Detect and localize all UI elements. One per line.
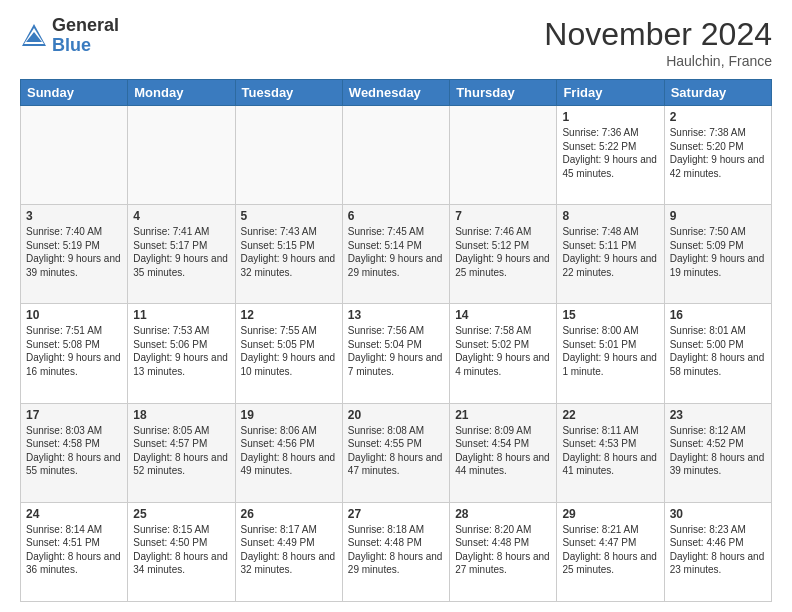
day-info: Sunrise: 8:06 AM Sunset: 4:56 PM Dayligh… [241, 424, 337, 478]
calendar-week-5: 24Sunrise: 8:14 AM Sunset: 4:51 PM Dayli… [21, 502, 772, 601]
day-info: Sunrise: 7:36 AM Sunset: 5:22 PM Dayligh… [562, 126, 658, 180]
day-info: Sunrise: 7:48 AM Sunset: 5:11 PM Dayligh… [562, 225, 658, 279]
day-number: 30 [670, 507, 766, 521]
day-number: 13 [348, 308, 444, 322]
calendar-cell [128, 106, 235, 205]
day-number: 27 [348, 507, 444, 521]
calendar-cell: 1Sunrise: 7:36 AM Sunset: 5:22 PM Daylig… [557, 106, 664, 205]
day-number: 11 [133, 308, 229, 322]
day-number: 29 [562, 507, 658, 521]
day-info: Sunrise: 8:12 AM Sunset: 4:52 PM Dayligh… [670, 424, 766, 478]
day-number: 14 [455, 308, 551, 322]
calendar-cell: 25Sunrise: 8:15 AM Sunset: 4:50 PM Dayli… [128, 502, 235, 601]
day-info: Sunrise: 8:09 AM Sunset: 4:54 PM Dayligh… [455, 424, 551, 478]
calendar-cell: 3Sunrise: 7:40 AM Sunset: 5:19 PM Daylig… [21, 205, 128, 304]
calendar-cell: 8Sunrise: 7:48 AM Sunset: 5:11 PM Daylig… [557, 205, 664, 304]
day-info: Sunrise: 8:01 AM Sunset: 5:00 PM Dayligh… [670, 324, 766, 378]
day-number: 23 [670, 408, 766, 422]
calendar-cell: 9Sunrise: 7:50 AM Sunset: 5:09 PM Daylig… [664, 205, 771, 304]
day-number: 4 [133, 209, 229, 223]
col-friday: Friday [557, 80, 664, 106]
day-number: 25 [133, 507, 229, 521]
calendar-cell: 10Sunrise: 7:51 AM Sunset: 5:08 PM Dayli… [21, 304, 128, 403]
calendar-cell: 11Sunrise: 7:53 AM Sunset: 5:06 PM Dayli… [128, 304, 235, 403]
day-number: 19 [241, 408, 337, 422]
day-info: Sunrise: 8:11 AM Sunset: 4:53 PM Dayligh… [562, 424, 658, 478]
col-wednesday: Wednesday [342, 80, 449, 106]
day-info: Sunrise: 8:21 AM Sunset: 4:47 PM Dayligh… [562, 523, 658, 577]
day-info: Sunrise: 8:05 AM Sunset: 4:57 PM Dayligh… [133, 424, 229, 478]
header: General Blue November 2024 Haulchin, Fra… [20, 16, 772, 69]
calendar-cell: 17Sunrise: 8:03 AM Sunset: 4:58 PM Dayli… [21, 403, 128, 502]
calendar-cell: 2Sunrise: 7:38 AM Sunset: 5:20 PM Daylig… [664, 106, 771, 205]
calendar-week-2: 3Sunrise: 7:40 AM Sunset: 5:19 PM Daylig… [21, 205, 772, 304]
calendar-cell: 5Sunrise: 7:43 AM Sunset: 5:15 PM Daylig… [235, 205, 342, 304]
calendar-cell: 13Sunrise: 7:56 AM Sunset: 5:04 PM Dayli… [342, 304, 449, 403]
calendar-cell: 22Sunrise: 8:11 AM Sunset: 4:53 PM Dayli… [557, 403, 664, 502]
calendar-cell: 14Sunrise: 7:58 AM Sunset: 5:02 PM Dayli… [450, 304, 557, 403]
day-number: 3 [26, 209, 122, 223]
day-info: Sunrise: 8:15 AM Sunset: 4:50 PM Dayligh… [133, 523, 229, 577]
day-number: 16 [670, 308, 766, 322]
col-sunday: Sunday [21, 80, 128, 106]
day-info: Sunrise: 8:08 AM Sunset: 4:55 PM Dayligh… [348, 424, 444, 478]
col-saturday: Saturday [664, 80, 771, 106]
calendar-cell: 26Sunrise: 8:17 AM Sunset: 4:49 PM Dayli… [235, 502, 342, 601]
day-number: 20 [348, 408, 444, 422]
calendar-cell [235, 106, 342, 205]
calendar-cell [342, 106, 449, 205]
day-number: 17 [26, 408, 122, 422]
calendar-cell: 15Sunrise: 8:00 AM Sunset: 5:01 PM Dayli… [557, 304, 664, 403]
day-number: 10 [26, 308, 122, 322]
day-info: Sunrise: 7:40 AM Sunset: 5:19 PM Dayligh… [26, 225, 122, 279]
month-title: November 2024 [544, 16, 772, 53]
calendar-cell: 4Sunrise: 7:41 AM Sunset: 5:17 PM Daylig… [128, 205, 235, 304]
calendar-cell [21, 106, 128, 205]
day-info: Sunrise: 7:43 AM Sunset: 5:15 PM Dayligh… [241, 225, 337, 279]
day-info: Sunrise: 7:58 AM Sunset: 5:02 PM Dayligh… [455, 324, 551, 378]
day-number: 8 [562, 209, 658, 223]
calendar-week-1: 1Sunrise: 7:36 AM Sunset: 5:22 PM Daylig… [21, 106, 772, 205]
day-number: 24 [26, 507, 122, 521]
day-info: Sunrise: 7:41 AM Sunset: 5:17 PM Dayligh… [133, 225, 229, 279]
day-info: Sunrise: 7:53 AM Sunset: 5:06 PM Dayligh… [133, 324, 229, 378]
page: General Blue November 2024 Haulchin, Fra… [0, 0, 792, 612]
day-number: 1 [562, 110, 658, 124]
day-number: 15 [562, 308, 658, 322]
day-info: Sunrise: 8:00 AM Sunset: 5:01 PM Dayligh… [562, 324, 658, 378]
location: Haulchin, France [544, 53, 772, 69]
col-thursday: Thursday [450, 80, 557, 106]
day-number: 18 [133, 408, 229, 422]
logo: General Blue [20, 16, 119, 56]
day-info: Sunrise: 8:03 AM Sunset: 4:58 PM Dayligh… [26, 424, 122, 478]
day-number: 21 [455, 408, 551, 422]
day-info: Sunrise: 7:46 AM Sunset: 5:12 PM Dayligh… [455, 225, 551, 279]
logo-icon [20, 22, 48, 50]
header-row: Sunday Monday Tuesday Wednesday Thursday… [21, 80, 772, 106]
day-info: Sunrise: 8:17 AM Sunset: 4:49 PM Dayligh… [241, 523, 337, 577]
day-number: 5 [241, 209, 337, 223]
day-info: Sunrise: 8:23 AM Sunset: 4:46 PM Dayligh… [670, 523, 766, 577]
calendar-cell: 16Sunrise: 8:01 AM Sunset: 5:00 PM Dayli… [664, 304, 771, 403]
calendar-cell: 27Sunrise: 8:18 AM Sunset: 4:48 PM Dayli… [342, 502, 449, 601]
day-number: 7 [455, 209, 551, 223]
col-tuesday: Tuesday [235, 80, 342, 106]
day-number: 9 [670, 209, 766, 223]
day-number: 28 [455, 507, 551, 521]
calendar-cell: 18Sunrise: 8:05 AM Sunset: 4:57 PM Dayli… [128, 403, 235, 502]
calendar-week-4: 17Sunrise: 8:03 AM Sunset: 4:58 PM Dayli… [21, 403, 772, 502]
col-monday: Monday [128, 80, 235, 106]
day-info: Sunrise: 8:14 AM Sunset: 4:51 PM Dayligh… [26, 523, 122, 577]
calendar-cell: 28Sunrise: 8:20 AM Sunset: 4:48 PM Dayli… [450, 502, 557, 601]
day-number: 2 [670, 110, 766, 124]
day-info: Sunrise: 8:18 AM Sunset: 4:48 PM Dayligh… [348, 523, 444, 577]
calendar-cell: 12Sunrise: 7:55 AM Sunset: 5:05 PM Dayli… [235, 304, 342, 403]
day-info: Sunrise: 7:50 AM Sunset: 5:09 PM Dayligh… [670, 225, 766, 279]
logo-blue-text: Blue [52, 36, 119, 56]
calendar-cell: 19Sunrise: 8:06 AM Sunset: 4:56 PM Dayli… [235, 403, 342, 502]
day-number: 22 [562, 408, 658, 422]
calendar-cell: 23Sunrise: 8:12 AM Sunset: 4:52 PM Dayli… [664, 403, 771, 502]
calendar-cell: 29Sunrise: 8:21 AM Sunset: 4:47 PM Dayli… [557, 502, 664, 601]
calendar-cell: 20Sunrise: 8:08 AM Sunset: 4:55 PM Dayli… [342, 403, 449, 502]
day-info: Sunrise: 7:38 AM Sunset: 5:20 PM Dayligh… [670, 126, 766, 180]
